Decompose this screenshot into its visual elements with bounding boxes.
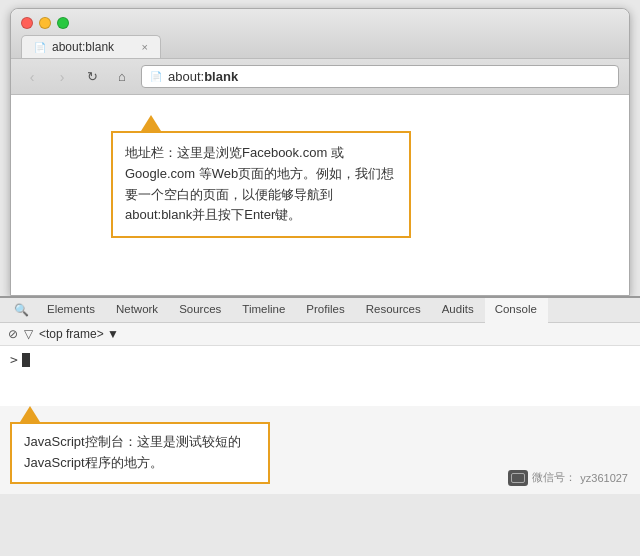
wechat-icon-inner — [511, 473, 525, 483]
title-bar: 📄 about:blank × — [11, 9, 629, 59]
devtools-tab-sources[interactable]: Sources — [169, 298, 232, 322]
console-prompt-row: > — [10, 352, 630, 367]
devtools-tab-elements[interactable]: Elements — [37, 298, 106, 322]
devtools-tab-audits[interactable]: Audits — [432, 298, 485, 322]
traffic-lights — [21, 17, 619, 29]
filter-icon[interactable]: ▽ — [24, 327, 33, 341]
console-cursor — [22, 353, 30, 367]
watermark: 微信号： yz361027 — [508, 470, 628, 486]
devtools-search-icon[interactable]: 🔍 — [6, 298, 37, 322]
console-callout-arrow-icon — [20, 406, 40, 422]
devtools-tab-network[interactable]: Network — [106, 298, 169, 322]
frame-selector[interactable]: <top frame> ▼ — [39, 327, 119, 341]
refresh-button[interactable]: ↻ — [81, 66, 103, 88]
devtools-toolbar: ⊘ ▽ <top frame> ▼ — [0, 323, 640, 346]
address-page-icon: 📄 — [150, 71, 162, 82]
tab-close-button[interactable]: × — [142, 41, 148, 53]
browser-tab[interactable]: 📄 about:blank × — [21, 35, 161, 58]
frame-dropdown-icon[interactable]: ▼ — [107, 327, 119, 341]
wechat-icon — [508, 470, 528, 486]
no-entry-icon[interactable]: ⊘ — [8, 327, 18, 341]
address-text: about:blank — [168, 69, 238, 84]
devtools-tabs-bar: 🔍 Elements Network Sources Timeline Prof… — [0, 298, 640, 323]
devtools-tab-profiles[interactable]: Profiles — [296, 298, 355, 322]
minimize-button[interactable] — [39, 17, 51, 29]
callout-address-text: 地址栏：这里是浏览Facebook.com 或Google.com 等Web页面… — [125, 145, 394, 222]
tab-page-icon: 📄 — [34, 42, 46, 53]
devtools-panel: 🔍 Elements Network Sources Timeline Prof… — [0, 296, 640, 494]
callout-arrow-icon — [141, 115, 161, 131]
back-button[interactable]: ‹ — [21, 66, 43, 88]
console-prompt-symbol: > — [10, 352, 18, 367]
home-button[interactable]: ⌂ — [111, 66, 133, 88]
frame-label: <top frame> — [39, 327, 104, 341]
browser-screenshot: 📄 about:blank × ‹ › ↻ ⌂ 📄 about:blank 地址… — [0, 8, 640, 494]
tab-title: about:blank — [52, 40, 114, 54]
maximize-button[interactable] — [57, 17, 69, 29]
devtools-tab-resources[interactable]: Resources — [356, 298, 432, 322]
browser-toolbar: ‹ › ↻ ⌂ 📄 about:blank — [11, 59, 629, 95]
callout-box-address: 地址栏：这里是浏览Facebook.com 或Google.com 等Web页面… — [111, 131, 411, 238]
console-area[interactable]: > — [0, 346, 640, 406]
close-button[interactable] — [21, 17, 33, 29]
address-bold: blank — [204, 69, 238, 84]
devtools-tab-timeline[interactable]: Timeline — [232, 298, 296, 322]
devtools-tab-console[interactable]: Console — [485, 298, 548, 323]
address-bar[interactable]: 📄 about:blank — [141, 65, 619, 88]
watermark-id: yz361027 — [580, 472, 628, 484]
forward-button[interactable]: › — [51, 66, 73, 88]
browser-content: 地址栏：这里是浏览Facebook.com 或Google.com 等Web页面… — [11, 95, 629, 295]
tabs-row: 📄 about:blank × — [21, 35, 619, 58]
callout-console-text: JavaScript控制台：这里是测试较短的JavaScript程序的地方。 — [24, 434, 241, 470]
watermark-prefix: 微信号： — [532, 470, 576, 485]
callout-box-console: JavaScript控制台：这里是测试较短的JavaScript程序的地方。 — [10, 422, 270, 484]
address-bar-callout: 地址栏：这里是浏览Facebook.com 或Google.com 等Web页面… — [111, 115, 411, 238]
browser-window: 📄 about:blank × ‹ › ↻ ⌂ 📄 about:blank 地址… — [10, 8, 630, 296]
